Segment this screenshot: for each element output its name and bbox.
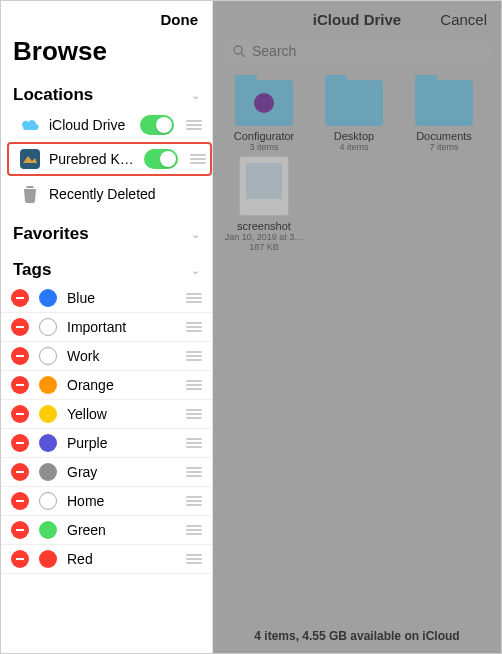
- chevron-down-icon: ⌄: [191, 264, 200, 277]
- tag-label: Gray: [67, 464, 172, 480]
- tag-label: Blue: [67, 290, 172, 306]
- folder-meta: 4 items: [339, 142, 368, 152]
- browse-title: Browse: [1, 34, 212, 79]
- location-label: iCloud Drive: [49, 117, 132, 133]
- delete-tag-button[interactable]: [11, 521, 29, 539]
- tag-label: Important: [67, 319, 172, 335]
- tag-color-dot: [39, 347, 57, 365]
- reorder-handle-icon[interactable]: [190, 154, 206, 164]
- tag-color-dot: [39, 289, 57, 307]
- reorder-handle-icon[interactable]: [186, 293, 202, 303]
- tag-label: Red: [67, 551, 172, 567]
- storage-footer: 4 items, 4.55 GB available on iCloud: [213, 619, 501, 653]
- reorder-handle-icon[interactable]: [186, 322, 202, 332]
- cancel-button[interactable]: Cancel: [440, 11, 487, 28]
- file-thumbnail: [239, 156, 289, 216]
- tag-color-dot: [39, 521, 57, 539]
- tags-title: Tags: [13, 260, 51, 280]
- browse-sidebar: Done Browse Locations ⌄ iCloud Drive Pur…: [1, 1, 213, 653]
- delete-tag-button[interactable]: [11, 434, 29, 452]
- tag-row[interactable]: Yellow: [1, 400, 212, 429]
- folder-item[interactable]: Desktop 4 items: [311, 80, 397, 152]
- delete-tag-button[interactable]: [11, 550, 29, 568]
- delete-tag-button[interactable]: [11, 376, 29, 394]
- chevron-down-icon: ⌄: [191, 228, 200, 241]
- chevron-down-icon: ⌄: [191, 89, 200, 102]
- tag-row[interactable]: Purple: [1, 429, 212, 458]
- location-label: Recently Deleted: [49, 186, 202, 202]
- delete-tag-button[interactable]: [11, 289, 29, 307]
- folder-name: Desktop: [334, 130, 374, 142]
- tag-label: Orange: [67, 377, 172, 393]
- tag-label: Green: [67, 522, 172, 538]
- tag-label: Home: [67, 493, 172, 509]
- tag-row[interactable]: Important: [1, 313, 212, 342]
- file-meta: Jan 10, 2019 at 3…: [225, 232, 304, 242]
- tag-row[interactable]: Orange: [1, 371, 212, 400]
- cloud-icon: [19, 114, 41, 136]
- done-button[interactable]: Done: [161, 11, 199, 28]
- favorites-title: Favorites: [13, 224, 89, 244]
- delete-tag-button[interactable]: [11, 347, 29, 365]
- app-icon: [19, 148, 41, 170]
- reorder-handle-icon[interactable]: [186, 525, 202, 535]
- main-title: iCloud Drive: [313, 11, 401, 28]
- tag-color-dot: [39, 376, 57, 394]
- folder-icon: [415, 80, 473, 126]
- tag-row[interactable]: Red: [1, 545, 212, 574]
- tags-header[interactable]: Tags ⌄: [1, 254, 212, 284]
- folder-icon: [235, 80, 293, 126]
- reorder-handle-icon[interactable]: [186, 438, 202, 448]
- delete-tag-button[interactable]: [11, 405, 29, 423]
- reorder-handle-icon[interactable]: [186, 120, 202, 130]
- reorder-handle-icon[interactable]: [186, 467, 202, 477]
- favorites-header[interactable]: Favorites ⌄: [1, 218, 212, 248]
- file-item[interactable]: screenshot Jan 10, 2019 at 3… 187 KB: [221, 156, 307, 252]
- tag-label: Work: [67, 348, 172, 364]
- tag-row[interactable]: Gray: [1, 458, 212, 487]
- file-size: 187 KB: [249, 242, 279, 252]
- tag-label: Yellow: [67, 406, 172, 422]
- location-label: Purebred Ke...: [49, 151, 136, 167]
- tag-label: Purple: [67, 435, 172, 451]
- tag-color-dot: [39, 405, 57, 423]
- tag-row[interactable]: Work: [1, 342, 212, 371]
- trash-icon: [19, 183, 41, 205]
- location-purebred[interactable]: Purebred Ke...: [19, 146, 206, 172]
- location-icloud-drive[interactable]: iCloud Drive: [1, 109, 212, 141]
- folder-item[interactable]: Configurator 3 items: [221, 80, 307, 152]
- toggle-switch[interactable]: [140, 115, 174, 135]
- svg-point-1: [234, 46, 242, 54]
- tag-row[interactable]: Blue: [1, 284, 212, 313]
- search-bar[interactable]: [223, 38, 491, 64]
- reorder-handle-icon[interactable]: [186, 496, 202, 506]
- delete-tag-button[interactable]: [11, 318, 29, 336]
- folder-meta: 7 items: [429, 142, 458, 152]
- tag-row[interactable]: Home: [1, 487, 212, 516]
- file-name: screenshot: [237, 220, 291, 232]
- folder-name: Documents: [416, 130, 472, 142]
- locations-title: Locations: [13, 85, 93, 105]
- highlight-annotation: Purebred Ke...: [7, 142, 212, 176]
- locations-header[interactable]: Locations ⌄: [1, 79, 212, 109]
- tag-row[interactable]: Green: [1, 516, 212, 545]
- search-icon: [233, 45, 246, 58]
- search-input[interactable]: [252, 43, 481, 59]
- folder-meta: 3 items: [249, 142, 278, 152]
- reorder-handle-icon[interactable]: [186, 409, 202, 419]
- tag-color-dot: [39, 550, 57, 568]
- tag-color-dot: [39, 463, 57, 481]
- toggle-switch[interactable]: [144, 149, 178, 169]
- location-recently-deleted[interactable]: Recently Deleted: [1, 178, 212, 210]
- delete-tag-button[interactable]: [11, 492, 29, 510]
- main-panel: iCloud Drive Cancel Configurator 3 items…: [213, 1, 501, 653]
- delete-tag-button[interactable]: [11, 463, 29, 481]
- reorder-handle-icon[interactable]: [186, 554, 202, 564]
- folder-item[interactable]: Documents 7 items: [401, 80, 487, 152]
- svg-line-2: [241, 53, 245, 57]
- tag-color-dot: [39, 434, 57, 452]
- folder-name: Configurator: [234, 130, 295, 142]
- reorder-handle-icon[interactable]: [186, 351, 202, 361]
- tag-color-dot: [39, 492, 57, 510]
- reorder-handle-icon[interactable]: [186, 380, 202, 390]
